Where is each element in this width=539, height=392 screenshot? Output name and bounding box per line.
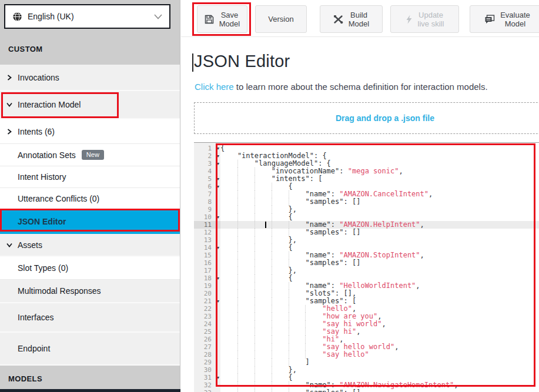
sidebar-item-label: Annotation Sets [18,150,76,160]
line-number: 9 [194,206,220,213]
sidebar-item-label: Interfaces [18,313,53,322]
chevron-down-icon [6,242,12,248]
fold-arrow-icon[interactable]: ▾ [217,160,219,167]
sidebar-item-assets[interactable]: Assets [0,234,180,257]
text-caret [192,53,193,72]
line-number: 19 [194,282,220,290]
toolbar-divider [181,36,539,37]
click-here-link[interactable]: Click here [195,82,234,92]
language-selector[interactable]: English (UK) [4,4,170,29]
evaluate-icon [484,15,495,24]
fold-arrow-icon[interactable]: ▾ [217,213,219,221]
version-label: Version [268,15,293,24]
line-number: 31▾ [194,374,220,381]
code-line: }, [220,236,539,244]
sidebar-item-interfaces[interactable]: Interfaces [0,303,180,333]
toolbar: SaveModelVersionBuildModelUpdatelive ski… [181,0,539,36]
page-title: JSON Editor [194,52,290,71]
code-line: "invocationName": "mega sonic", [220,167,539,175]
sidebar-item-annotation-sets[interactable]: Annotation SetsNew [0,144,180,166]
line-number: 20 [194,290,220,297]
sidebar-item-interaction-model[interactable]: Interaction Model [0,91,180,119]
line-number: 28 [194,351,220,359]
sidebar-item-utterance-conflicts-0[interactable]: Utterance Conflicts (0) [0,188,180,210]
sidebar: English (UK) CUSTOM InvocationsInteracti… [0,0,180,392]
code-line: "samples": [] [220,198,539,206]
globe-icon [12,12,22,22]
sidebar-item-label: Multimodal Responses [18,286,101,296]
sidebar-item-label: Intents (6) [18,127,55,136]
text-cursor [265,222,266,228]
language-selector-value: English (UK) [28,12,154,21]
chevron-right-icon [6,129,12,135]
sidebar-nav: InvocationsInteraction ModelIntents (6)A… [0,65,180,366]
sidebar-bottom-bar [0,389,180,392]
code-line: "name": "AMAZON.StopIntent", [220,252,539,259]
code-line: "samples": [] [220,259,539,267]
sidebar-item-invocations[interactable]: Invocations [0,65,180,91]
sidebar-item-label: Assets [18,240,42,250]
line-number: 26 [194,336,220,343]
sidebar-item-label: Intent History [18,172,66,182]
page-title-text: JSON Editor [194,52,290,71]
line-number: 12 [194,229,220,236]
evaluate-model-button[interactable]: EvaluateModel [470,5,539,33]
line-number: 11 [194,221,220,229]
json-dropzone[interactable]: Drag and drop a .json file [194,102,539,134]
save-model-button[interactable]: SaveModel [197,5,247,33]
version-button[interactable]: Version [255,5,307,33]
json-code-editor[interactable]: 1▾2▾3▾45▾6▾78910▾11121314▾15161718▾19202… [194,142,539,392]
code-line: ] [220,359,539,366]
save-icon [205,15,214,24]
fold-arrow-icon[interactable]: ▾ [217,244,219,252]
section-header-custom: CUSTOM [0,45,180,53]
code-line: "name": "AMAZON.NavigateHomeIntent", [220,381,539,389]
code-line: "intents": [ [220,175,539,183]
code-line: }, [220,366,539,374]
sidebar-item-slot-types-0[interactable]: Slot Types (0) [0,257,180,280]
line-number: 22 [194,305,220,313]
code-line: }, [220,206,539,213]
fold-arrow-icon[interactable]: ▾ [217,175,219,183]
sidebar-item-multimodal-responses[interactable]: Multimodal Responses [0,280,180,303]
code-line: }, [220,267,539,274]
sidebar-item-intents-6[interactable]: Intents (6) [0,119,180,144]
line-number: 25 [194,328,220,336]
build-model-button[interactable]: BuildModel [320,5,383,33]
line-number: 3▾ [194,160,220,167]
code-line: "name": "AMAZON.HelpIntent", [220,221,539,229]
fold-arrow-icon[interactable]: ▾ [217,297,219,305]
line-number: 32 [194,381,220,389]
line-number: 27 [194,343,220,351]
build-model-label: BuildModel [349,11,369,28]
line-number: 29 [194,359,220,366]
line-number: 10▾ [194,213,220,221]
code-line: "say hello" [220,351,539,359]
line-number: 18▾ [194,274,220,282]
code-line: "samples": [] [220,229,539,236]
fold-arrow-icon[interactable]: ▾ [217,183,219,190]
sidebar-item-label: Slot Types (0) [18,263,68,273]
sidebar-item-label: Utterance Conflicts (0) [18,194,99,203]
code-line: "samples": [ [220,297,539,305]
line-number: 7 [194,190,220,198]
sidebar-item-json-editor[interactable]: JSON Editor [0,210,180,234]
evaluate-model-label: EvaluateModel [500,11,530,28]
fold-arrow-icon[interactable]: ▾ [217,145,219,152]
fold-arrow-icon[interactable]: ▾ [217,152,219,160]
line-number: 23 [194,313,220,320]
sidebar-item-intent-history[interactable]: Intent History [0,166,180,188]
sidebar-item-label: Interaction Model [18,100,81,109]
sidebar-item-endpoint[interactable]: Endpoint [0,333,180,366]
fold-arrow-icon[interactable]: ▾ [217,274,219,282]
fold-arrow-icon[interactable]: ▾ [217,374,219,381]
code-line: "say hi world", [220,320,539,328]
schema-help-text: Click here to learn more about the schem… [195,82,488,92]
save-model-label: SaveModel [219,11,240,28]
line-number: 4 [194,167,220,175]
editor-code[interactable]: {"interactionModel": {"languageModel": {… [220,143,539,392]
alexa-developer-console: English (UK) CUSTOM InvocationsInteracti… [0,0,539,392]
update-live-skill-label: Updatelive skill [418,11,444,28]
section-header-models: MODELS [0,366,180,389]
line-number: 17 [194,267,220,274]
